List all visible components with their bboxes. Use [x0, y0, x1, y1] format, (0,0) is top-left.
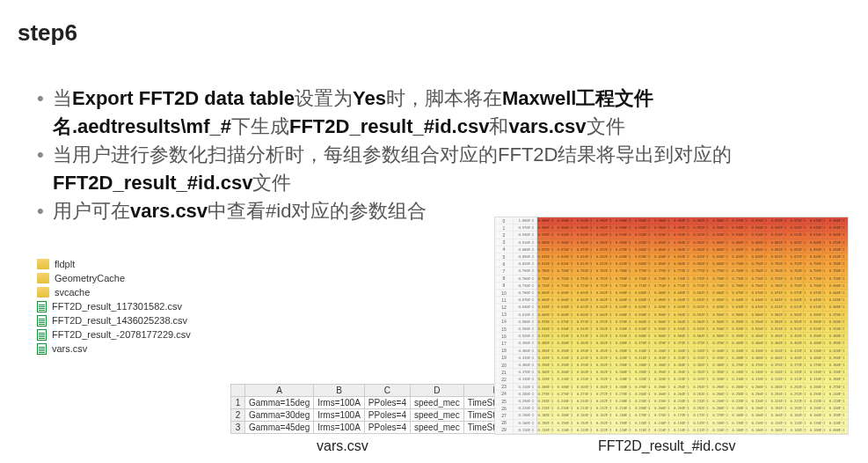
caption-vars: vars.csv: [317, 438, 368, 454]
folder-icon: [37, 273, 49, 283]
csv-file-item: vars.csv: [37, 342, 191, 356]
csv-file-item: FFT2D_result_1436025238.csv: [37, 313, 191, 327]
csv-icon: [37, 343, 47, 355]
folder-icon: [37, 287, 49, 298]
csv-icon: [37, 301, 47, 312]
folder-item: GeometryCache: [37, 271, 191, 285]
file-list: fldpltGeometryCachesvcacheFFT2D_result_1…: [37, 257, 191, 356]
page-title: step6: [18, 19, 77, 47]
bullet-item: •当用户进行参数化扫描分析时，每组参数组合对应的FFT2D结果将导出到对应的FF…: [37, 141, 828, 197]
csv-icon: [37, 315, 47, 327]
folder-item: svcache: [37, 285, 191, 299]
csv-file-item: FFT2D_result_-2078177229.csv: [37, 327, 191, 342]
heatmap-preview: 0123456789101112131415161718192021222324…: [494, 217, 849, 435]
csv-file-item: FFT2D_result_117301582.csv: [37, 299, 191, 313]
bullet-list: •当Export FFT2D data table设置为Yes时，脚本将在Max…: [37, 85, 828, 224]
folder-icon: [37, 259, 49, 269]
folder-item: fldplt: [37, 257, 191, 271]
caption-heat: FFT2D_result_#id.csv: [598, 438, 736, 454]
bullet-item: •当Export FFT2D data table设置为Yes时，脚本将在Max…: [37, 85, 828, 141]
csv-icon: [37, 329, 47, 341]
